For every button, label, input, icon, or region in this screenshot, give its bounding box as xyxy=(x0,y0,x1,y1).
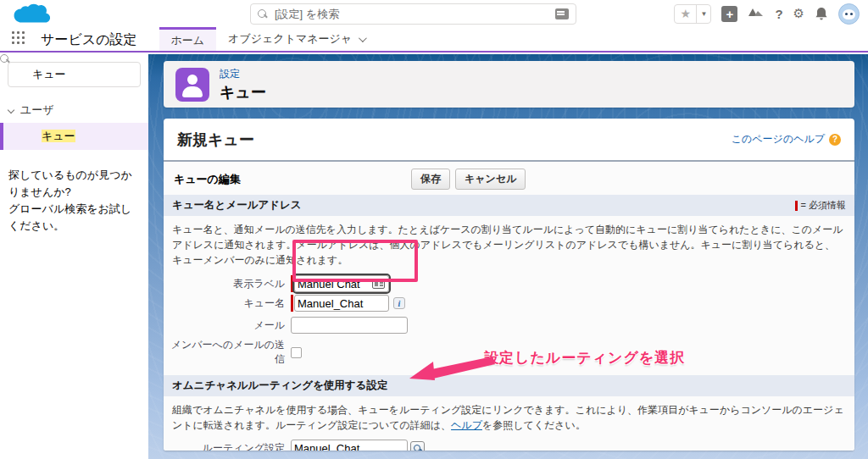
search-icon xyxy=(15,69,25,80)
global-actions-icon[interactable]: + xyxy=(721,6,737,22)
user-avatar[interactable] xyxy=(838,3,860,25)
section-name-email-header: キュー名とメールアドレス = 必須情報 xyxy=(164,195,854,216)
trailhead-icon[interactable] xyxy=(748,7,765,20)
sidebar-item-queues[interactable]: キュー xyxy=(0,123,148,150)
required-legend: = 必須情報 xyxy=(795,199,846,212)
queue-name-input[interactable] xyxy=(294,295,389,312)
lookup-icon[interactable] xyxy=(410,441,425,451)
page-help-link[interactable]: このページのヘルプ xyxy=(732,132,825,147)
translate-icon[interactable] xyxy=(372,279,385,289)
queue-user-icon xyxy=(175,68,209,102)
annotation-arrow-icon xyxy=(408,355,496,385)
save-button[interactable]: 保存 xyxy=(411,169,450,190)
routing-config-input[interactable] xyxy=(291,440,408,451)
app-name: サービスの設定 xyxy=(37,27,159,51)
content-panel: 新規キュー このページのヘルプ ? キューの編集 保存 キャンセル キュー名とメ… xyxy=(164,119,854,451)
section-name-email-description: キュー名と、通知メールの送信先を入力します。たとえばケースの割り当てルールによっ… xyxy=(164,216,854,273)
sidebar-not-found-text: 探しているものが見つかりませんか? グローバル検索をお試しください。 xyxy=(0,150,148,235)
email-field-label: メール xyxy=(164,318,291,333)
send-email-checkbox[interactable] xyxy=(291,347,302,358)
form-heading: キューの編集 xyxy=(174,172,411,187)
tab-home[interactable]: ホーム xyxy=(159,27,217,51)
required-marker-icon xyxy=(291,295,293,312)
page-title: 新規キュー xyxy=(177,130,254,150)
routing-config-field-label: ルーティング設定 xyxy=(164,441,291,451)
required-marker-icon xyxy=(291,275,293,292)
omni-help-link[interactable]: ヘルプ xyxy=(451,419,482,431)
page-header-card: 設定 キュー xyxy=(164,61,854,108)
main-region: 設定 キュー 新規キュー このページのヘルプ ? キューの編集 保存 キャンセル xyxy=(148,54,868,459)
chevron-down-icon xyxy=(359,34,367,42)
search-shortcut-icon[interactable] xyxy=(555,8,569,19)
help-icon[interactable]: ? xyxy=(775,7,782,21)
salesforce-setup-app: ★ ▼ + ? ⚙ サービスの設定 ホーム オブジェクトマネージャ xyxy=(0,0,868,459)
cancel-button[interactable]: キャンセル xyxy=(455,169,526,190)
quick-find xyxy=(8,62,141,87)
setup-nav-bar: サービスの設定 ホーム オブジェクトマネージャ xyxy=(0,27,868,53)
search-icon xyxy=(258,9,268,19)
quick-find-input[interactable] xyxy=(32,69,117,81)
breadcrumb-setup-link[interactable]: 設定 xyxy=(220,67,266,81)
send-email-field-label: メンバーへのメールの送信 xyxy=(164,338,291,367)
global-search xyxy=(250,3,576,25)
favorites-dropdown-icon[interactable]: ▼ xyxy=(697,5,710,23)
annotation-text: 設定したルーティングを選択 xyxy=(484,348,685,368)
section-omni-description: 組織でオムニチャネルを使用する場合、キューをルーティング設定にリンクできます。こ… xyxy=(164,396,854,438)
queue-name-field-label: キュー名 xyxy=(164,296,291,311)
favorites-control: ★ ▼ xyxy=(674,4,711,24)
setup-gear-icon[interactable]: ⚙ xyxy=(793,6,804,21)
section-omni-header: オムニチャネルルーティングを使用する設定 xyxy=(164,375,854,396)
global-header: ★ ▼ + ? ⚙ xyxy=(0,0,868,27)
label-field-label: 表示ラベル xyxy=(164,277,291,291)
favorites-star-icon[interactable]: ★ xyxy=(675,5,697,23)
notifications-bell-icon[interactable] xyxy=(815,7,828,21)
help-question-icon[interactable]: ? xyxy=(829,134,841,146)
page-header-title: キュー xyxy=(220,82,266,102)
tab-object-manager[interactable]: オブジェクトマネージャ xyxy=(216,27,376,51)
app-launcher-icon[interactable] xyxy=(12,31,29,48)
email-input[interactable] xyxy=(291,317,408,334)
sidebar-item-label: キュー xyxy=(42,130,75,142)
setup-sidebar: ユーザ キュー 探しているものが見つかりませんか? グローバル検索をお試しくださ… xyxy=(0,54,148,459)
global-search-input[interactable] xyxy=(275,8,555,20)
chevron-down-icon xyxy=(8,107,14,113)
required-marker-icon xyxy=(795,201,798,211)
sidebar-group-users[interactable]: ユーザ xyxy=(0,97,148,123)
info-icon[interactable]: i xyxy=(393,297,405,309)
salesforce-logo[interactable] xyxy=(10,2,54,27)
